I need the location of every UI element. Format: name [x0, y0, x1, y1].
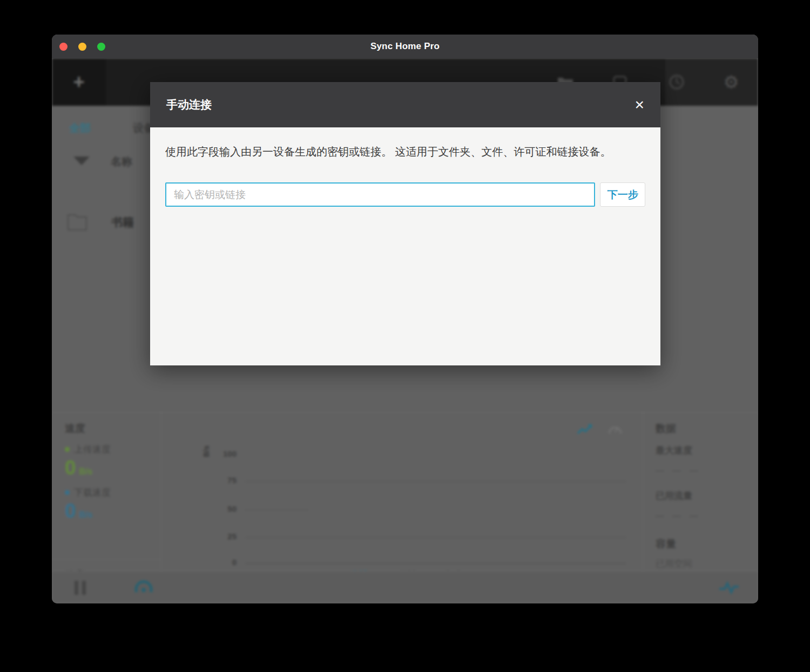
- titlebar: Sync Home Pro: [52, 35, 758, 58]
- dialog-description: 使用此字段输入由另一设备生成的密钥或链接。 这适用于文件夹、文件、许可证和链接设…: [165, 144, 645, 160]
- traffic-lights: [59, 35, 105, 58]
- next-step-button[interactable]: 下一步: [600, 182, 645, 207]
- minimize-window-button[interactable]: [78, 43, 86, 51]
- key-input-row: 下一步: [165, 182, 645, 207]
- dialog-body: 使用此字段输入由另一设备生成的密钥或链接。 这适用于文件夹、文件、许可证和链接设…: [150, 127, 660, 365]
- app-window: Sync Home Pro +: [52, 35, 758, 603]
- key-or-link-input[interactable]: [165, 182, 595, 207]
- close-window-button[interactable]: [59, 43, 68, 51]
- dialog-header: 手动连接 ×: [150, 82, 660, 127]
- zoom-window-button[interactable]: [97, 43, 105, 51]
- dialog-title: 手动连接: [166, 97, 634, 112]
- window-title: Sync Home Pro: [370, 41, 440, 52]
- manual-connection-dialog: 手动连接 × 使用此字段输入由另一设备生成的密钥或链接。 这适用于文件夹、文件、…: [150, 82, 660, 365]
- close-icon[interactable]: ×: [634, 97, 644, 113]
